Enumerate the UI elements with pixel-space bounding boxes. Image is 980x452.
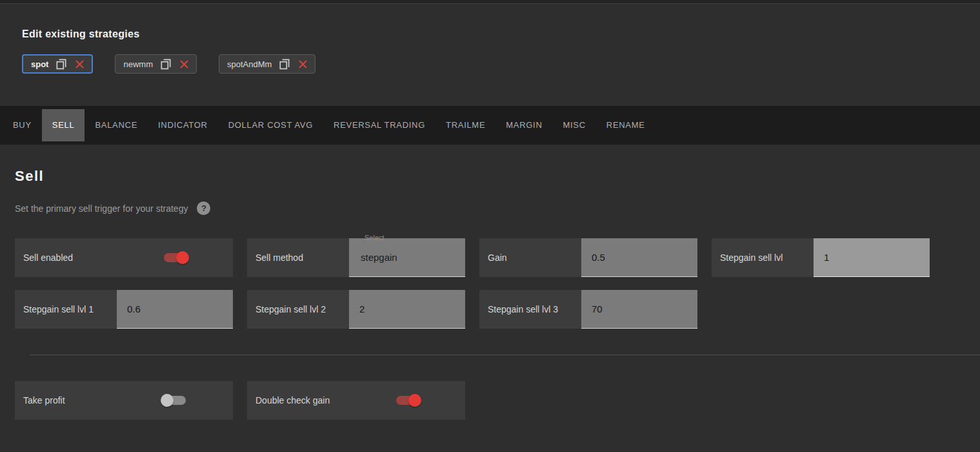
gain-input[interactable]	[581, 238, 697, 277]
field-label: Stepgain sell lvl 1	[15, 290, 117, 329]
take-profit-toggle[interactable]	[160, 393, 190, 408]
field-sell-enabled: Sell enabled	[15, 238, 233, 277]
field-label: Sell method	[247, 238, 349, 277]
tab-reversal-trading[interactable]: REVERSAL TRADING	[323, 109, 435, 141]
tab-indicator[interactable]: INDICATOR	[148, 109, 218, 141]
sell-enabled-toggle[interactable]	[160, 250, 190, 265]
sell-settings-panel: Sell Set the primary sell trigger for yo…	[0, 168, 980, 420]
strategy-settings-tab-bar: BUY SELL BALANCE INDICATOR DOLLAR COST A…	[0, 106, 980, 145]
strategy-chip-spot[interactable]: spot	[22, 54, 93, 74]
page-subtitle: Set the primary sell trigger for your st…	[15, 202, 188, 215]
secondary-fields-grid: Take profit Double check gain	[15, 381, 980, 420]
strategy-chip-spotandmm[interactable]: spotAndMm	[219, 54, 315, 74]
copy-strategy-icon[interactable]	[55, 57, 68, 70]
field-label: Stepgain sell lvl 2	[247, 290, 349, 329]
toggle-zone	[349, 381, 465, 420]
toggle-thumb	[408, 394, 421, 407]
delete-strategy-icon[interactable]	[179, 59, 190, 70]
field-stepgain-sell-lvl-2: Stepgain sell lvl 2	[247, 290, 465, 329]
field-stepgain-sell-lvl: Stepgain sell lvl	[712, 238, 930, 277]
toggle-zone	[117, 238, 233, 277]
stepgain-sell-lvl-input[interactable]	[814, 238, 930, 277]
field-stepgain-sell-lvl-1: Stepgain sell lvl 1	[15, 290, 233, 329]
strategy-name: newmm	[123, 59, 153, 69]
field-gain: Gain	[479, 238, 697, 277]
tab-margin[interactable]: MARGIN	[495, 109, 552, 141]
section-divider	[30, 354, 980, 355]
edit-strategies-heading: Edit existing strategies	[22, 28, 980, 41]
delete-strategy-icon[interactable]	[74, 59, 85, 70]
sell-method-select[interactable]: Select stepgain	[349, 238, 465, 277]
field-label: Sell enabled	[15, 238, 117, 277]
stepgain-sell-lvl-3-input[interactable]	[581, 290, 697, 329]
toggle-thumb	[161, 394, 174, 407]
toggle-zone	[117, 381, 233, 420]
tab-trailme[interactable]: TRAILME	[435, 109, 495, 141]
field-label: Stepgain sell lvl	[712, 238, 814, 277]
stepgain-sell-lvl-1-input[interactable]	[117, 290, 233, 329]
page-title: Sell	[15, 168, 980, 185]
toggle-thumb	[176, 251, 189, 264]
delete-strategy-icon[interactable]	[297, 59, 308, 70]
tab-misc[interactable]: MISC	[552, 109, 595, 141]
sell-method-value: stepgain	[361, 252, 397, 263]
field-double-check-gain: Double check gain	[247, 381, 465, 420]
tab-rename[interactable]: RENAME	[596, 109, 655, 141]
subtitle-row: Set the primary sell trigger for your st…	[15, 201, 980, 215]
field-take-profit: Take profit	[15, 381, 233, 420]
strategy-name: spot	[31, 59, 48, 69]
sell-fields-grid: Sell enabled Sell method Select stepgain…	[15, 238, 980, 329]
stepgain-sell-lvl-2-input[interactable]	[349, 290, 465, 329]
field-label: Take profit	[15, 381, 117, 420]
field-label: Stepgain sell lvl 3	[479, 290, 581, 329]
field-label: Gain	[479, 238, 581, 277]
help-icon[interactable]: ?	[197, 201, 210, 215]
tab-balance[interactable]: BALANCE	[85, 109, 148, 141]
copy-strategy-icon[interactable]	[159, 57, 172, 70]
field-stepgain-sell-lvl-3: Stepgain sell lvl 3	[479, 290, 697, 329]
field-sell-method: Sell method Select stepgain	[247, 238, 465, 277]
tab-buy[interactable]: BUY	[3, 109, 42, 141]
copy-strategy-icon[interactable]	[278, 57, 291, 70]
strategy-name: spotAndMm	[227, 59, 272, 69]
strategies-section: Edit existing strategies spot newmm spot…	[0, 4, 980, 106]
field-label: Double check gain	[247, 381, 349, 420]
select-floating-label: Select	[365, 234, 385, 241]
tab-dollar-cost-avg[interactable]: DOLLAR COST AVG	[218, 109, 323, 141]
strategy-chip-row: spot newmm spotAndMm	[22, 54, 980, 74]
double-check-gain-toggle[interactable]	[392, 393, 422, 408]
strategy-chip-newmm[interactable]: newmm	[115, 54, 197, 74]
tab-sell[interactable]: SELL	[42, 109, 85, 141]
